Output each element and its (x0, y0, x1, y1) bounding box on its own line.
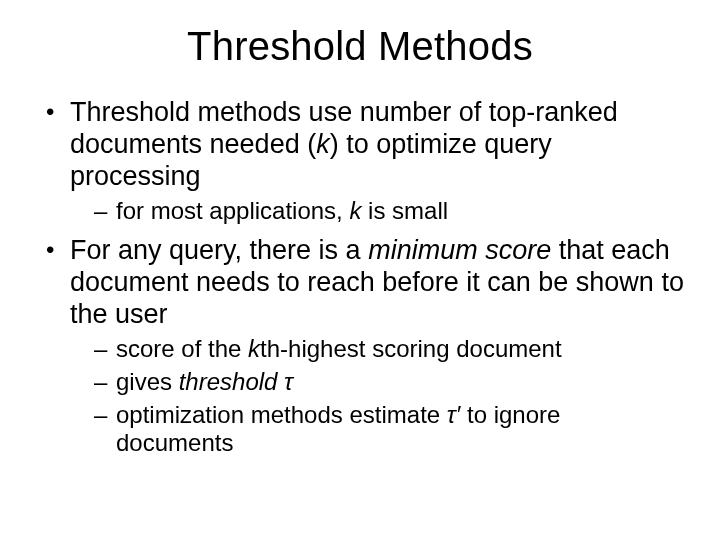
bullet-2-sublist: score of the kth-highest scoring documen… (70, 335, 684, 458)
bullet-2-sub-1-var-k: k (248, 335, 260, 362)
bullet-2-sub-3-emph: τ′ (447, 401, 460, 428)
bullet-1: Threshold methods use number of top-rank… (42, 97, 684, 225)
bullet-list: Threshold methods use number of top-rank… (36, 97, 684, 458)
bullet-2-sub-2-emph: threshold τ (179, 368, 293, 395)
bullet-2-sub-3: optimization methods estimate τ′ to igno… (92, 401, 684, 459)
bullet-2-sub-2: gives threshold τ (92, 368, 684, 397)
bullet-1-sublist: for most applications, k is small (70, 197, 684, 226)
slide: Threshold Methods Threshold methods use … (0, 0, 720, 540)
bullet-2-sub-1: score of the kth-highest scoring documen… (92, 335, 684, 364)
bullet-1-sub-1-text-b: is small (361, 197, 448, 224)
slide-title: Threshold Methods (36, 24, 684, 69)
bullet-2-emph: minimum score (368, 235, 551, 265)
bullet-2-text-a: For any query, there is a (70, 235, 368, 265)
bullet-2-sub-1-text-b: th-highest scoring document (260, 335, 562, 362)
bullet-1-var-k: k (316, 129, 330, 159)
bullet-2: For any query, there is a minimum score … (42, 235, 684, 458)
bullet-1-sub-1-var-k: k (349, 197, 361, 224)
bullet-2-sub-3-text-a: optimization methods estimate (116, 401, 447, 428)
bullet-2-sub-2-text-a: gives (116, 368, 179, 395)
bullet-1-sub-1-text-a: for most applications, (116, 197, 349, 224)
bullet-2-sub-1-text-a: score of the (116, 335, 248, 362)
bullet-1-sub-1: for most applications, k is small (92, 197, 684, 226)
